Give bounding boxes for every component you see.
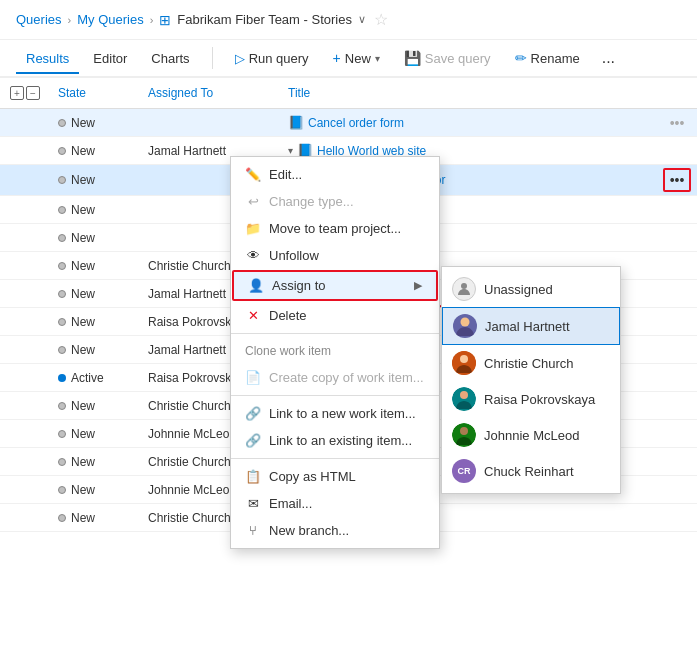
menu-item-email[interactable]: ✉ Email... (231, 490, 439, 517)
menu-item-new-branch[interactable]: ⑂ New branch... (231, 517, 439, 544)
change-type-icon: ↩ (245, 194, 261, 209)
create-copy-label: Create copy of work item... (269, 370, 424, 385)
chuck-label: Chuck Reinhart (484, 464, 574, 479)
state-text: New (71, 343, 95, 357)
assign-to-icon: 👤 (248, 278, 264, 293)
state-cell: New (50, 425, 140, 443)
state-text: New (71, 173, 95, 187)
menu-divider2 (231, 395, 439, 396)
run-query-label: Run query (249, 51, 309, 66)
state-text: New (71, 455, 95, 469)
state-dot (58, 262, 66, 270)
state-dot (58, 318, 66, 326)
add-row-icon[interactable]: + (10, 86, 24, 100)
delete-icon: ✕ (245, 308, 261, 323)
menu-item-link-existing[interactable]: 🔗 Link to an existing item... (231, 427, 439, 454)
state-cell: New (50, 509, 140, 527)
create-copy-icon: 📄 (245, 370, 261, 385)
new-button[interactable]: + New ▾ (323, 45, 390, 71)
table-header: + − State Assigned To Title (0, 78, 697, 109)
menu-section-clone: Clone work item (231, 338, 439, 364)
actions-cell: ••• (657, 168, 697, 192)
save-icon: 💾 (404, 50, 421, 66)
state-text: New (71, 315, 95, 329)
copy-html-label: Copy as HTML (269, 469, 356, 484)
move-project-icon: 📁 (245, 221, 261, 236)
breadcrumb-queries[interactable]: Queries (16, 12, 62, 27)
assigned-cell (140, 121, 280, 125)
row-context-more-button[interactable]: ••• (663, 168, 692, 192)
submenu-item-johnnie[interactable]: Johnnie McLeod (442, 417, 620, 453)
toolbar: Results Editor Charts ▷ Run query + New … (0, 40, 697, 78)
save-query-button[interactable]: 💾 Save query (394, 45, 501, 71)
jamal-label: Jamal Hartnett (485, 319, 570, 334)
rename-label: Rename (531, 51, 580, 66)
state-dot (58, 458, 66, 466)
col-header-assigned[interactable]: Assigned To (140, 82, 280, 104)
toolbar-more-button[interactable]: ... (594, 44, 623, 72)
state-cell: New (50, 142, 140, 160)
rename-icon: ✏ (515, 50, 527, 66)
copy-html-icon: 📋 (245, 469, 261, 484)
state-dot (58, 234, 66, 242)
col-header-state[interactable]: State (50, 82, 140, 104)
state-cell: New (50, 453, 140, 471)
state-dot-active (58, 374, 66, 382)
new-label: New (345, 51, 371, 66)
state-dot (58, 206, 66, 214)
tab-results[interactable]: Results (16, 45, 79, 74)
link-new-label: Link to a new work item... (269, 406, 416, 421)
row-more-button[interactable]: ••• (664, 113, 691, 133)
remove-row-icon[interactable]: − (26, 86, 40, 100)
menu-divider (231, 333, 439, 334)
submenu-item-unassigned[interactable]: Unassigned (442, 271, 620, 307)
new-chevron-icon: ▾ (375, 53, 380, 64)
submenu-item-raisa[interactable]: Raisa Pokrovskaya (442, 381, 620, 417)
new-branch-icon: ⑂ (245, 523, 261, 538)
state-cell: New (50, 229, 140, 247)
email-icon: ✉ (245, 496, 261, 511)
state-text: New (71, 231, 95, 245)
state-dot (58, 430, 66, 438)
state-text: New (71, 287, 95, 301)
avatar-raisa (452, 387, 476, 411)
assign-to-submenu: Unassigned Jamal Hartnett Christie Churc… (441, 266, 621, 494)
state-text: New (71, 399, 95, 413)
avatar-jamal (453, 314, 477, 338)
run-query-button[interactable]: ▷ Run query (225, 46, 319, 71)
edit-icon: ✏️ (245, 167, 261, 182)
menu-item-link-new[interactable]: 🔗 Link to a new work item... (231, 400, 439, 427)
email-label: Email... (269, 496, 312, 511)
unfollow-label: Unfollow (269, 248, 319, 263)
breadcrumb-star-icon[interactable]: ☆ (374, 10, 388, 29)
menu-item-create-copy[interactable]: 📄 Create copy of work item... (231, 364, 439, 391)
state-cell: New (50, 313, 140, 331)
breadcrumb-chevron-icon[interactable]: ∨ (358, 13, 366, 26)
rename-button[interactable]: ✏ Rename (505, 45, 590, 71)
expand-icon[interactable]: ▾ (288, 145, 293, 156)
svg-point-4 (460, 355, 468, 363)
menu-item-move-project[interactable]: 📁 Move to team project... (231, 215, 439, 242)
submenu-item-chuck[interactable]: CR Chuck Reinhart (442, 453, 620, 489)
menu-item-unfollow[interactable]: 👁 Unfollow (231, 242, 439, 269)
tab-charts[interactable]: Charts (141, 45, 199, 74)
menu-item-delete[interactable]: ✕ Delete (231, 302, 439, 329)
avatar-chuck: CR (452, 459, 476, 483)
state-text: New (71, 427, 95, 441)
menu-item-copy-html[interactable]: 📋 Copy as HTML (231, 463, 439, 490)
tab-editor[interactable]: Editor (83, 45, 137, 74)
avatar-christie (452, 351, 476, 375)
menu-item-assign-to[interactable]: 👤 Assign to ▶ (232, 270, 438, 301)
title-text[interactable]: Cancel order form (308, 116, 404, 130)
new-branch-label: New branch... (269, 523, 349, 538)
move-project-label: Move to team project... (269, 221, 401, 236)
breadcrumb-my-queries[interactable]: My Queries (77, 12, 143, 27)
submenu-item-jamal[interactable]: Jamal Hartnett (442, 307, 620, 345)
breadcrumb-sep2: › (150, 14, 154, 26)
menu-item-change-type[interactable]: ↩ Change type... (231, 188, 439, 215)
menu-item-edit[interactable]: ✏️ Edit... (231, 161, 439, 188)
delete-label: Delete (269, 308, 307, 323)
col-header-title[interactable]: Title (280, 82, 697, 104)
avatar-unassigned (452, 277, 476, 301)
submenu-item-christie[interactable]: Christie Church (442, 345, 620, 381)
